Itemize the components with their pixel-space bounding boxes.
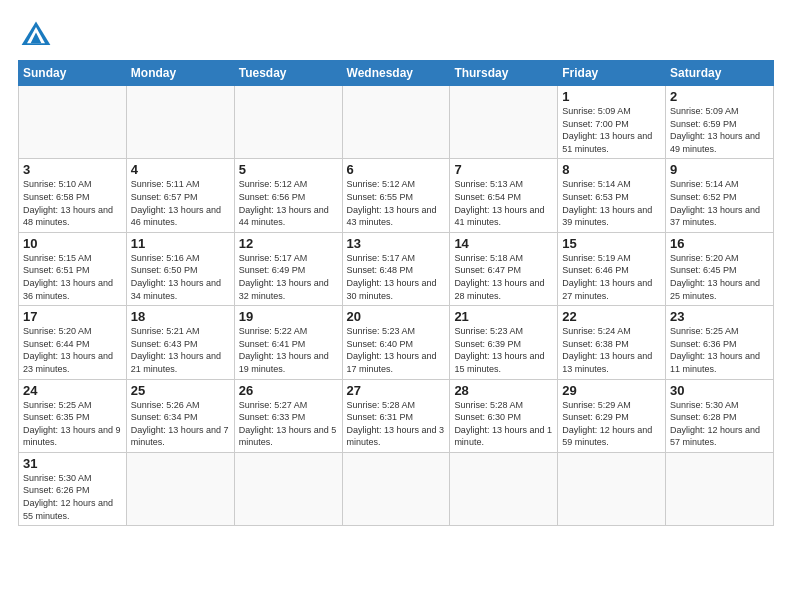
calendar-cell: 20Sunrise: 5:23 AM Sunset: 6:40 PM Dayli… xyxy=(342,306,450,379)
calendar-cell xyxy=(342,452,450,525)
day-number: 7 xyxy=(454,162,553,177)
day-number: 4 xyxy=(131,162,230,177)
day-number: 19 xyxy=(239,309,338,324)
calendar-cell: 15Sunrise: 5:19 AM Sunset: 6:46 PM Dayli… xyxy=(558,232,666,305)
day-number: 13 xyxy=(347,236,446,251)
weekday-header-tuesday: Tuesday xyxy=(234,61,342,86)
calendar-cell: 16Sunrise: 5:20 AM Sunset: 6:45 PM Dayli… xyxy=(666,232,774,305)
calendar-week-6: 31Sunrise: 5:30 AM Sunset: 6:26 PM Dayli… xyxy=(19,452,774,525)
logo xyxy=(18,18,58,54)
day-number: 17 xyxy=(23,309,122,324)
day-info: Sunrise: 5:28 AM Sunset: 6:31 PM Dayligh… xyxy=(347,399,446,449)
day-info: Sunrise: 5:21 AM Sunset: 6:43 PM Dayligh… xyxy=(131,325,230,375)
day-number: 22 xyxy=(562,309,661,324)
calendar-cell: 21Sunrise: 5:23 AM Sunset: 6:39 PM Dayli… xyxy=(450,306,558,379)
day-info: Sunrise: 5:27 AM Sunset: 6:33 PM Dayligh… xyxy=(239,399,338,449)
calendar-cell: 19Sunrise: 5:22 AM Sunset: 6:41 PM Dayli… xyxy=(234,306,342,379)
calendar-cell: 11Sunrise: 5:16 AM Sunset: 6:50 PM Dayli… xyxy=(126,232,234,305)
day-info: Sunrise: 5:25 AM Sunset: 6:35 PM Dayligh… xyxy=(23,399,122,449)
day-info: Sunrise: 5:26 AM Sunset: 6:34 PM Dayligh… xyxy=(131,399,230,449)
calendar-cell xyxy=(234,86,342,159)
day-info: Sunrise: 5:30 AM Sunset: 6:28 PM Dayligh… xyxy=(670,399,769,449)
calendar-cell: 4Sunrise: 5:11 AM Sunset: 6:57 PM Daylig… xyxy=(126,159,234,232)
calendar-cell: 26Sunrise: 5:27 AM Sunset: 6:33 PM Dayli… xyxy=(234,379,342,452)
calendar-cell xyxy=(126,86,234,159)
day-info: Sunrise: 5:14 AM Sunset: 6:52 PM Dayligh… xyxy=(670,178,769,228)
calendar-cell: 25Sunrise: 5:26 AM Sunset: 6:34 PM Dayli… xyxy=(126,379,234,452)
day-number: 16 xyxy=(670,236,769,251)
weekday-header-monday: Monday xyxy=(126,61,234,86)
day-info: Sunrise: 5:25 AM Sunset: 6:36 PM Dayligh… xyxy=(670,325,769,375)
day-info: Sunrise: 5:23 AM Sunset: 6:40 PM Dayligh… xyxy=(347,325,446,375)
calendar-cell: 10Sunrise: 5:15 AM Sunset: 6:51 PM Dayli… xyxy=(19,232,127,305)
day-info: Sunrise: 5:17 AM Sunset: 6:48 PM Dayligh… xyxy=(347,252,446,302)
day-number: 8 xyxy=(562,162,661,177)
day-number: 3 xyxy=(23,162,122,177)
day-number: 26 xyxy=(239,383,338,398)
day-number: 23 xyxy=(670,309,769,324)
day-number: 15 xyxy=(562,236,661,251)
day-info: Sunrise: 5:12 AM Sunset: 6:55 PM Dayligh… xyxy=(347,178,446,228)
calendar-cell: 13Sunrise: 5:17 AM Sunset: 6:48 PM Dayli… xyxy=(342,232,450,305)
calendar-cell xyxy=(234,452,342,525)
weekday-header-friday: Friday xyxy=(558,61,666,86)
weekday-header-sunday: Sunday xyxy=(19,61,127,86)
calendar-cell: 2Sunrise: 5:09 AM Sunset: 6:59 PM Daylig… xyxy=(666,86,774,159)
day-info: Sunrise: 5:23 AM Sunset: 6:39 PM Dayligh… xyxy=(454,325,553,375)
calendar-week-2: 3Sunrise: 5:10 AM Sunset: 6:58 PM Daylig… xyxy=(19,159,774,232)
day-number: 10 xyxy=(23,236,122,251)
day-number: 25 xyxy=(131,383,230,398)
day-number: 29 xyxy=(562,383,661,398)
day-number: 18 xyxy=(131,309,230,324)
calendar-cell: 22Sunrise: 5:24 AM Sunset: 6:38 PM Dayli… xyxy=(558,306,666,379)
day-info: Sunrise: 5:09 AM Sunset: 7:00 PM Dayligh… xyxy=(562,105,661,155)
day-info: Sunrise: 5:11 AM Sunset: 6:57 PM Dayligh… xyxy=(131,178,230,228)
day-info: Sunrise: 5:19 AM Sunset: 6:46 PM Dayligh… xyxy=(562,252,661,302)
day-info: Sunrise: 5:09 AM Sunset: 6:59 PM Dayligh… xyxy=(670,105,769,155)
calendar-cell xyxy=(450,86,558,159)
calendar-cell: 31Sunrise: 5:30 AM Sunset: 6:26 PM Dayli… xyxy=(19,452,127,525)
calendar-header: SundayMondayTuesdayWednesdayThursdayFrid… xyxy=(19,61,774,86)
calendar-cell: 18Sunrise: 5:21 AM Sunset: 6:43 PM Dayli… xyxy=(126,306,234,379)
calendar-cell xyxy=(342,86,450,159)
calendar-body: 1Sunrise: 5:09 AM Sunset: 7:00 PM Daylig… xyxy=(19,86,774,526)
day-number: 11 xyxy=(131,236,230,251)
calendar-week-5: 24Sunrise: 5:25 AM Sunset: 6:35 PM Dayli… xyxy=(19,379,774,452)
weekday-header-saturday: Saturday xyxy=(666,61,774,86)
day-number: 14 xyxy=(454,236,553,251)
calendar-week-3: 10Sunrise: 5:15 AM Sunset: 6:51 PM Dayli… xyxy=(19,232,774,305)
calendar-cell: 12Sunrise: 5:17 AM Sunset: 6:49 PM Dayli… xyxy=(234,232,342,305)
calendar-cell: 30Sunrise: 5:30 AM Sunset: 6:28 PM Dayli… xyxy=(666,379,774,452)
calendar-cell: 1Sunrise: 5:09 AM Sunset: 7:00 PM Daylig… xyxy=(558,86,666,159)
calendar-cell: 9Sunrise: 5:14 AM Sunset: 6:52 PM Daylig… xyxy=(666,159,774,232)
day-info: Sunrise: 5:13 AM Sunset: 6:54 PM Dayligh… xyxy=(454,178,553,228)
calendar-cell: 5Sunrise: 5:12 AM Sunset: 6:56 PM Daylig… xyxy=(234,159,342,232)
day-info: Sunrise: 5:14 AM Sunset: 6:53 PM Dayligh… xyxy=(562,178,661,228)
day-info: Sunrise: 5:17 AM Sunset: 6:49 PM Dayligh… xyxy=(239,252,338,302)
day-info: Sunrise: 5:22 AM Sunset: 6:41 PM Dayligh… xyxy=(239,325,338,375)
day-info: Sunrise: 5:18 AM Sunset: 6:47 PM Dayligh… xyxy=(454,252,553,302)
day-number: 5 xyxy=(239,162,338,177)
day-info: Sunrise: 5:28 AM Sunset: 6:30 PM Dayligh… xyxy=(454,399,553,449)
calendar-cell: 17Sunrise: 5:20 AM Sunset: 6:44 PM Dayli… xyxy=(19,306,127,379)
day-number: 6 xyxy=(347,162,446,177)
day-info: Sunrise: 5:29 AM Sunset: 6:29 PM Dayligh… xyxy=(562,399,661,449)
calendar-cell: 3Sunrise: 5:10 AM Sunset: 6:58 PM Daylig… xyxy=(19,159,127,232)
calendar-week-4: 17Sunrise: 5:20 AM Sunset: 6:44 PM Dayli… xyxy=(19,306,774,379)
day-info: Sunrise: 5:15 AM Sunset: 6:51 PM Dayligh… xyxy=(23,252,122,302)
day-number: 21 xyxy=(454,309,553,324)
calendar-cell: 27Sunrise: 5:28 AM Sunset: 6:31 PM Dayli… xyxy=(342,379,450,452)
calendar-cell: 23Sunrise: 5:25 AM Sunset: 6:36 PM Dayli… xyxy=(666,306,774,379)
day-number: 31 xyxy=(23,456,122,471)
calendar-cell xyxy=(666,452,774,525)
calendar-cell xyxy=(450,452,558,525)
day-info: Sunrise: 5:24 AM Sunset: 6:38 PM Dayligh… xyxy=(562,325,661,375)
day-number: 30 xyxy=(670,383,769,398)
header xyxy=(18,18,774,54)
weekday-header-wednesday: Wednesday xyxy=(342,61,450,86)
day-number: 2 xyxy=(670,89,769,104)
calendar-cell xyxy=(19,86,127,159)
calendar-cell xyxy=(126,452,234,525)
day-number: 24 xyxy=(23,383,122,398)
day-info: Sunrise: 5:12 AM Sunset: 6:56 PM Dayligh… xyxy=(239,178,338,228)
